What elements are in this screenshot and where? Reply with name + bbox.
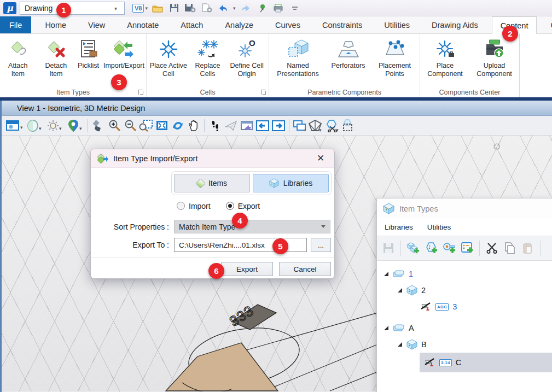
perforators-icon xyxy=(338,38,359,60)
new-item-type-button[interactable] xyxy=(424,241,438,255)
item-type-import-export-dialog: Item Type Import/Export ✕ Items Librarie… xyxy=(90,149,335,279)
geographic-location-button[interactable]: ▾ xyxy=(66,119,84,133)
define-cell-origin-button[interactable]: O Define Cell Origin xyxy=(225,37,269,79)
quick-access-customize-button[interactable] xyxy=(288,2,301,15)
close-icon[interactable]: ✕ xyxy=(313,153,328,164)
step-badge-1: 1 xyxy=(56,3,71,17)
fit-view-button[interactable] xyxy=(155,119,169,133)
item-types-dialog-launcher[interactable] xyxy=(138,90,143,95)
undo-button[interactable] xyxy=(217,2,230,15)
pan-view-button[interactable] xyxy=(187,119,201,133)
cells-dialog-launcher[interactable] xyxy=(261,90,266,95)
libraries-toggle-button[interactable]: Libraries xyxy=(253,174,329,192)
tab-curves[interactable]: Curves xyxy=(267,16,309,33)
clear-view-button[interactable] xyxy=(91,119,106,133)
save-library-button[interactable] xyxy=(381,241,396,255)
picklist-button[interactable]: Picklist xyxy=(76,37,101,71)
browse-button[interactable]: ... xyxy=(311,238,331,252)
upload-component-button[interactable]: Upload Component xyxy=(470,37,519,79)
tab-annotate[interactable]: Annotate xyxy=(119,16,167,33)
tab-file[interactable]: File xyxy=(0,16,31,33)
tab-attach[interactable]: Attach xyxy=(172,16,211,33)
save-settings-button[interactable] xyxy=(184,2,197,15)
view-title-bar[interactable]: View 1 - Isometric, 3D Metric Design xyxy=(2,101,552,116)
radio-circle-icon xyxy=(226,202,234,210)
tab-utilities[interactable]: Utilities xyxy=(376,16,418,33)
separator xyxy=(88,119,88,132)
export-button[interactable]: Export xyxy=(221,262,273,276)
menu-libraries[interactable]: Libraries xyxy=(385,223,413,231)
tree-row-property-3[interactable]: ABC 3 xyxy=(377,299,552,315)
items-toggle-button[interactable]: Items xyxy=(174,174,250,192)
adjust-brightness-button[interactable]: ▾ xyxy=(45,119,64,133)
save-settings-icon xyxy=(185,3,196,13)
copy-button[interactable] xyxy=(503,241,517,255)
workflow-selector[interactable]: Drawing ▾ xyxy=(20,2,125,15)
place-active-cell-button[interactable]: Place Active Cell xyxy=(147,37,190,79)
view-next-button[interactable] xyxy=(271,119,286,133)
print-button[interactable] xyxy=(272,2,285,15)
tab-home[interactable]: Home xyxy=(37,16,74,33)
tree-row-itemtype-B[interactable]: B xyxy=(377,336,552,353)
tab-drawing-aids[interactable]: Drawing Aids xyxy=(423,16,486,33)
tab-collaborate[interactable]: Collab xyxy=(542,16,552,33)
cancel-button[interactable]: Cancel xyxy=(279,262,331,276)
placement-points-button[interactable]: Placement Points xyxy=(371,37,419,79)
panel-header[interactable]: Item Types xyxy=(377,198,552,219)
tab-analyze[interactable]: Analyze xyxy=(217,16,262,33)
tree-row-itemtype-2[interactable]: 2 xyxy=(377,282,552,299)
tree-row-property-C[interactable]: 3.14 C xyxy=(420,353,552,372)
new-picklist-button[interactable] xyxy=(460,241,474,255)
dialog-title: Item Type Import/Export xyxy=(113,154,197,163)
export-radio[interactable]: Export xyxy=(226,202,260,210)
apply-clip-button[interactable] xyxy=(340,119,355,133)
copy-view-button[interactable] xyxy=(293,119,307,133)
svg-text:▾: ▾ xyxy=(20,125,22,130)
undo-dropdown[interactable]: ▾ xyxy=(233,5,236,11)
window-area-button[interactable] xyxy=(139,119,153,133)
page-settings-icon xyxy=(201,3,212,13)
expand-caret-icon xyxy=(384,325,389,331)
attach-item-button[interactable]: Attach Item xyxy=(0,37,36,79)
ribbon-tab-bar: File Home View Annotate Attach Analyze C… xyxy=(0,16,552,34)
redo-button[interactable] xyxy=(239,2,252,15)
tab-constraints[interactable]: Constraints xyxy=(314,16,370,33)
replace-cells-button[interactable]: Replace Cells xyxy=(191,37,224,79)
paste-button[interactable] xyxy=(521,241,535,255)
item-types-settings-button[interactable] xyxy=(200,2,213,15)
fly-button[interactable] xyxy=(224,119,238,133)
walk-button[interactable] xyxy=(208,119,222,133)
view-previous-button[interactable] xyxy=(255,119,270,133)
import-radio[interactable]: Import xyxy=(177,202,211,210)
import-export-button[interactable]: Import/Export xyxy=(102,37,146,71)
named-presentations-button[interactable]: Named Presentations xyxy=(271,37,326,79)
number-property-icon: 3.14 xyxy=(439,359,452,366)
sort-properties-dropdown[interactable]: Match Item Type xyxy=(174,220,330,233)
navigate-view-button[interactable] xyxy=(240,119,254,133)
printer-icon xyxy=(273,4,283,13)
perforators-button[interactable]: Perforators xyxy=(327,37,370,71)
detach-item-button[interactable]: Detach Item xyxy=(37,37,75,79)
zoom-in-button[interactable] xyxy=(107,119,121,133)
save-button[interactable] xyxy=(167,2,181,15)
tree-row-library-A[interactable]: A xyxy=(377,320,552,336)
version-selector[interactable]: V8 ▾ xyxy=(132,4,148,13)
place-component-button[interactable]: Place Component xyxy=(421,37,469,79)
named-presentations-icon xyxy=(287,38,309,60)
tab-view[interactable]: View xyxy=(80,16,113,33)
new-property-button[interactable] xyxy=(442,241,456,255)
pin-button[interactable] xyxy=(255,2,269,15)
tree-row-library-1[interactable]: 1 xyxy=(377,266,552,282)
view-attributes-button[interactable]: ▾ xyxy=(5,119,24,133)
menu-utilities[interactable]: Utilities xyxy=(427,223,451,231)
clip-volume-button[interactable]: ▾ xyxy=(309,119,323,133)
new-library-button[interactable] xyxy=(406,241,420,255)
cut-button[interactable] xyxy=(485,241,499,255)
rotate-view-button[interactable] xyxy=(171,119,185,133)
open-file-button[interactable] xyxy=(151,2,164,15)
clip-mask-button[interactable]: ▾ xyxy=(324,119,339,133)
dialog-title-bar[interactable]: Item Type Import/Export ✕ xyxy=(91,149,334,168)
export-to-label: Export To : xyxy=(95,241,174,249)
zoom-out-button[interactable] xyxy=(123,119,137,133)
display-style-button[interactable]: ▾ xyxy=(25,119,44,133)
